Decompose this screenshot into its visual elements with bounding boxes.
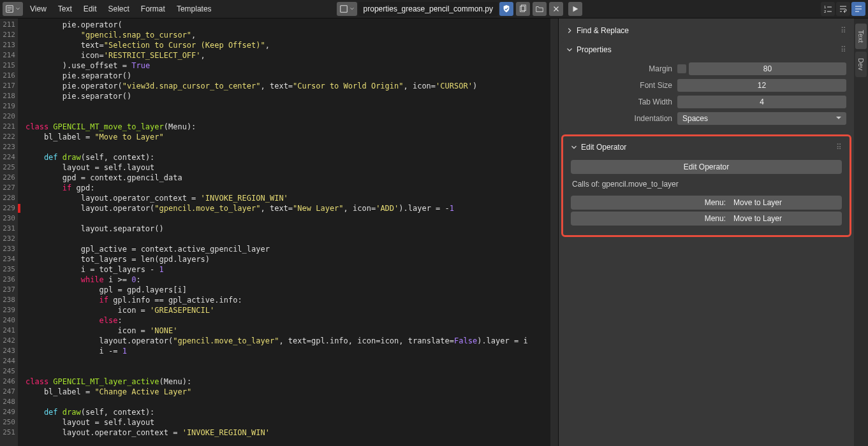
highlighted-panel: Edit Operator ⠿ Edit Operator Calls of: …: [561, 134, 851, 237]
chevron-down-icon: [570, 143, 578, 152]
close-icon[interactable]: [549, 2, 563, 16]
menu-text[interactable]: Text: [52, 4, 78, 13]
menu-select[interactable]: Select: [103, 4, 135, 13]
wordwrap-toggle[interactable]: [836, 2, 850, 16]
line-gutter: 2112122132142152162172182192202212222232…: [0, 18, 18, 446]
chevron-right-icon: [565, 26, 574, 35]
grip-icon[interactable]: ⠿: [841, 45, 848, 54]
tab-dev[interactable]: Dev: [855, 52, 867, 77]
findreplace-title: Find & Replace: [577, 26, 629, 35]
menu-edit[interactable]: Edit: [78, 4, 103, 13]
grip-icon[interactable]: ⠿: [841, 26, 848, 35]
folder-icon[interactable]: [533, 2, 547, 16]
panel-properties: Properties ⠿ Margin 80 Font Size 12 Tab …: [561, 41, 851, 132]
panel-find-replace: Find & Replace ⠿: [561, 22, 851, 39]
panel-header-properties[interactable]: Properties ⠿: [561, 41, 851, 58]
header-bar: View Text Edit Select Format Templates p…: [0, 0, 868, 18]
margin-label: Margin: [566, 64, 675, 73]
menu-templates[interactable]: Templates: [171, 4, 217, 13]
grip-icon[interactable]: ⠿: [836, 143, 843, 152]
fontsize-label: Font Size: [566, 81, 675, 90]
tabwidth-label: Tab Width: [566, 97, 675, 106]
fontsize-field[interactable]: 12: [677, 79, 846, 92]
properties-title: Properties: [577, 45, 612, 54]
margin-field[interactable]: 80: [689, 62, 846, 75]
editor-type-selector[interactable]: [3, 2, 23, 16]
datablock-selector[interactable]: [337, 2, 357, 16]
code-area[interactable]: pie.operator( "gpencil.snap_to_cursor", …: [18, 18, 550, 446]
svg-text:2: 2: [824, 10, 827, 13]
edit-operator-button[interactable]: Edit Operator: [571, 160, 842, 174]
panel-header-editop[interactable]: Edit Operator ⠿: [566, 139, 847, 155]
editop-title: Edit Operator: [581, 143, 626, 152]
svg-text:1: 1: [824, 5, 827, 9]
tabwidth-field[interactable]: 4: [677, 96, 846, 108]
code-editor[interactable]: 2112122132142152162172182192202212222232…: [0, 18, 550, 446]
run-script-button[interactable]: [568, 2, 582, 16]
menu-move-to-layer-1[interactable]: Menu: Move to Layer: [571, 196, 842, 210]
calls-of-text: Calls of: gpencil.move_to_layer: [571, 176, 842, 194]
sidebar-tabstrip: Text Dev: [854, 18, 868, 446]
indent-select[interactable]: Spaces: [677, 112, 846, 125]
copy-icon[interactable]: [516, 2, 530, 16]
tab-text[interactable]: Text: [855, 24, 867, 49]
panel-edit-operator: Edit Operator ⠿ Edit Operator Calls of: …: [566, 139, 847, 233]
menu-format[interactable]: Format: [135, 4, 171, 13]
scrollbar[interactable]: [550, 18, 558, 446]
filename-field[interactable]: properties_grease_pencil_common.py: [358, 2, 498, 16]
margin-checkbox[interactable]: [677, 64, 686, 73]
svg-rect-1: [340, 6, 347, 13]
chevron-down-icon: [565, 45, 574, 54]
menu-move-to-layer-2[interactable]: Menu: Move to Layer: [571, 212, 842, 226]
menu-view[interactable]: View: [24, 4, 52, 13]
indent-label: Indentation: [566, 114, 675, 123]
shield-icon[interactable]: [499, 2, 513, 16]
panel-header-findreplace[interactable]: Find & Replace ⠿: [561, 22, 851, 39]
syntax-toggle[interactable]: [851, 2, 865, 16]
linenumbers-toggle[interactable]: 12: [821, 2, 835, 16]
sidebar: Find & Replace ⠿ Properties ⠿ Margin 80: [558, 18, 868, 446]
